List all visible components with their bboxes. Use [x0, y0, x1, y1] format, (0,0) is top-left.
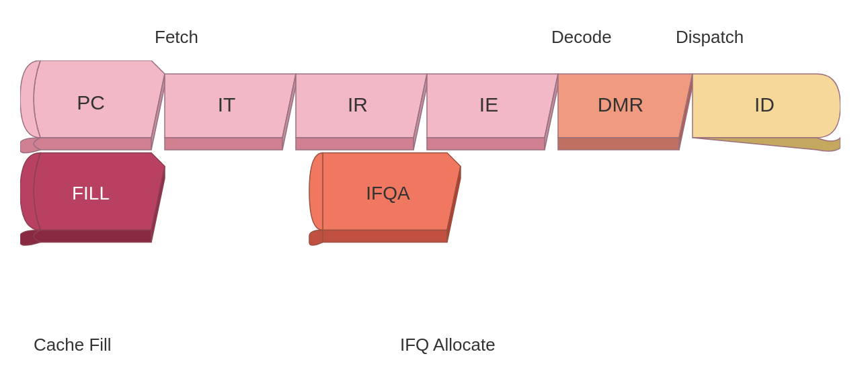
label-dispatch: Dispatch — [676, 27, 744, 48]
label-ifq-allocate: IFQ Allocate — [400, 335, 496, 355]
label-decode: Decode — [551, 27, 612, 48]
stage-ir: IR — [348, 93, 368, 116]
stage-it: IT — [218, 93, 236, 116]
stage-pc: PC — [77, 91, 105, 114]
labels-row: Fetch Decode Dispatch — [20, 20, 847, 60]
stage-fill: FILL — [72, 183, 110, 204]
stage-dmr: DMR — [598, 93, 643, 116]
subrow-svg: FILL IFQA — [20, 151, 491, 252]
stage-ifqa: IFQA — [366, 183, 410, 204]
label-fetch: Fetch — [155, 27, 198, 48]
label-cache-fill: Cache Fill — [34, 335, 112, 355]
diagram-container: Fetch Decode Dispatch PC IT IR IE DMR — [20, 20, 847, 370]
pipeline-svg: PC IT IR IE DMR ID — [20, 60, 840, 165]
stage-id: ID — [754, 93, 775, 116]
stage-ie: IE — [479, 93, 498, 116]
